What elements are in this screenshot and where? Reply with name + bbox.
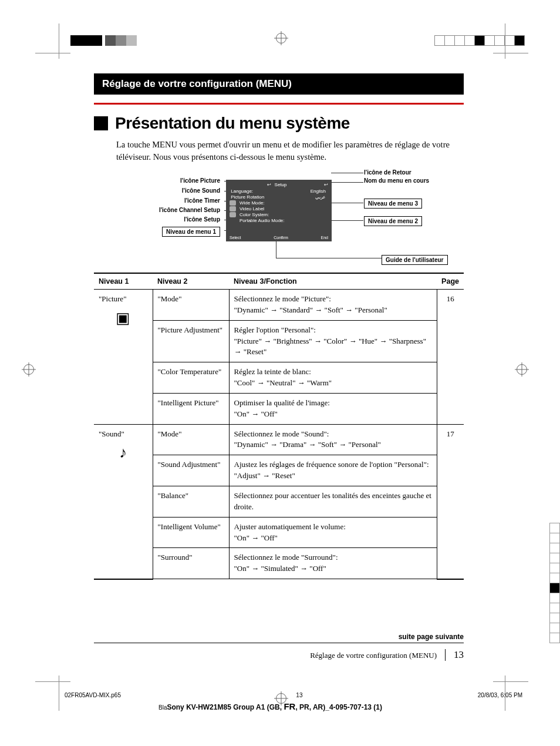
th-level2: Niveau 2 [153, 273, 229, 290]
level1-label: "Sound" [99, 429, 124, 438]
cell-level3: Optimiser la qualité de l'image:"On" → "… [229, 393, 437, 424]
footer-text: Réglage de vortre configuration (MENU) [310, 651, 437, 660]
osd-language-value: English [311, 189, 326, 194]
register-mark [276, 33, 286, 43]
label-menu-level-2: Niveau de menu 2 [364, 216, 422, 226]
sound-icon: ♪ [99, 442, 148, 464]
label-current-menu-name: Nom du menu en cours [364, 177, 429, 184]
cell-level2: "Surround" [153, 548, 229, 579]
continue-next-page: suite page suivante [94, 633, 464, 643]
cell-level2: "Picture Adjustment" [153, 320, 229, 362]
section-header: Réglage de vortre configuration (MENU) [94, 73, 464, 95]
stamp2-pre: Bla [158, 704, 167, 711]
menu-table: Niveau 1 Niveau 2 Niveau 3/Fonction Page… [94, 273, 464, 580]
osd-video-label: Video Label [239, 206, 264, 211]
cell-level1: "Sound"♪ [94, 424, 153, 579]
cell-level3: Sélectionnez pour accentuer les tonalité… [229, 486, 437, 518]
crop-mark [35, 53, 70, 53]
cell-level2: "Intelligent Volume" [153, 517, 229, 548]
cell-level1: "Picture"▣ [94, 290, 153, 425]
register-mark [23, 364, 34, 375]
stamp-page: 13 [296, 692, 302, 698]
cell-level3: Ajuster automatiquement le volume:"On" →… [229, 517, 437, 548]
osd-rotation-label: Picture Rotation [231, 194, 264, 200]
level1-label: "Picture" [99, 294, 126, 303]
cell-level3: Sélectionnez le mode "Sound":"Dynamic" →… [229, 424, 437, 455]
cell-level3: Sélectionnez le mode "Surround":"On" → "… [229, 548, 437, 579]
stamp2-fr: FR [284, 701, 295, 711]
label-setup-icon: l'icône Setup [184, 216, 220, 223]
page-footer: Réglage de vortre configuration (MENU) 1… [94, 649, 464, 661]
table-row: "Picture"▣"Mode"Sélectionnez le mode "Pi… [94, 290, 464, 321]
doc-id-stamp: BlaSony KV-HW21M85 Group A1 (GB, FR, PR,… [158, 701, 382, 711]
th-page: Page [437, 273, 464, 290]
file-stamp: 02FR05AVD-MIX.p65 13 20/8/03, 6:05 PM [65, 692, 522, 698]
footer-page-number: 13 [445, 649, 464, 661]
cell-level3: Ajustez les réglages de fréquence sonore… [229, 455, 437, 486]
page-title: Présentation du menu système [115, 114, 350, 133]
menu-diagram: l'icône Picture l'icône Sound l'icône Ti… [94, 174, 464, 268]
crop-mark [59, 676, 59, 711]
osd-wide-label: Wide Mode: [239, 200, 265, 206]
cell-level2: "Balance" [153, 486, 229, 518]
cell-level2: "Mode" [153, 290, 229, 321]
stamp-file: 02FR05AVD-MIX.p65 [65, 692, 121, 698]
title-bullet [94, 116, 108, 130]
cell-level2: "Mode" [153, 424, 229, 455]
label-return-icon: l'icône de Retour [364, 169, 411, 176]
calibration-squares-right [435, 35, 525, 46]
label-menu-level-3: Niveau de menu 3 [364, 199, 422, 209]
osd-color-label: Color System: [239, 212, 269, 217]
th-level1: Niveau 1 [94, 273, 153, 290]
picture-icon: ▣ [99, 307, 148, 330]
osd-panel: ↩Setup↩ Language: English Picture Rotati… [226, 180, 332, 241]
label-timer-icon: l'icône Timer [184, 197, 220, 204]
register-mark [517, 364, 527, 375]
crop-mark [493, 53, 528, 53]
osd-footer-end: End [321, 236, 328, 240]
crop-mark [493, 681, 528, 682]
cell-page: 17 [437, 424, 464, 579]
cell-level2: "Intelligent Picture" [153, 393, 229, 424]
stamp2-main2: , PR, AR)_4-095-707-13 (1) [295, 703, 382, 711]
osd-footer-select: Select [230, 236, 241, 240]
cell-page: 16 [437, 290, 464, 425]
label-sound-icon: l'icône Sound [182, 187, 220, 194]
th-level3: Niveau 3/Fonction [229, 273, 437, 290]
intro-text: La touche MENU vous permet d'ouvrir un m… [116, 139, 464, 163]
cell-level3: Sélectionnez le mode "Picture":"Dynamic"… [229, 290, 437, 321]
crop-mark [59, 23, 59, 59]
channel-icon [230, 206, 236, 211]
setup-icon [230, 212, 236, 217]
osd-arabic-label: عربي [315, 194, 326, 200]
cell-level2: "Color Temperature" [153, 362, 229, 394]
label-user-guide: Guide de l'utilisateur [382, 255, 448, 265]
cell-level3: Réglez la teinte de blanc:"Cool" → "Neut… [229, 362, 437, 394]
label-menu-level-1: Niveau de menu 1 [162, 227, 220, 237]
osd-title: Setup [275, 182, 287, 187]
osd-portable-label: Portable Audio Mode: [239, 218, 285, 223]
calibration-squares [70, 35, 137, 46]
divider [94, 103, 464, 105]
osd-footer-confirm: Confirm [274, 236, 288, 240]
osd-language-label: Language: [231, 189, 253, 194]
stamp2-main1: Sony KV-HW21M85 Group A1 (GB [167, 703, 279, 711]
stamp-datetime: 20/8/03, 6:05 PM [478, 692, 522, 698]
table-row: "Sound"♪"Mode"Sélectionnez le mode "Soun… [94, 424, 464, 455]
cell-level2: "Sound Adjustment" [153, 455, 229, 486]
timer-icon [230, 200, 236, 206]
crop-mark [35, 681, 70, 682]
tab-strip [549, 523, 560, 643]
label-channel-icon: l'icône Channel Setup [159, 207, 220, 213]
cell-level3: Régler l'option "Personal":"Picture" → "… [229, 320, 437, 362]
label-picture-icon: l'icône Picture [180, 177, 220, 184]
